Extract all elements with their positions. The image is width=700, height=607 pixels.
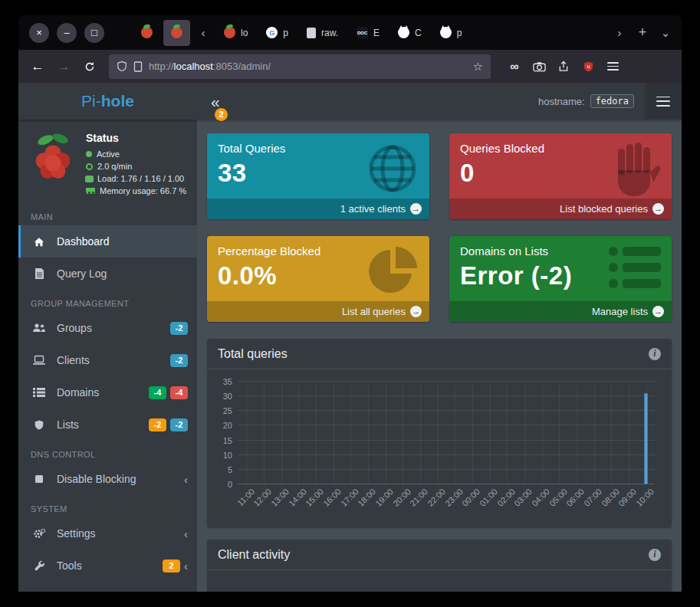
gridline [238, 425, 655, 425]
arrow-circle-right-icon: → [410, 203, 422, 215]
screenshot-camera-icon[interactable] [531, 58, 547, 75]
url-text[interactable]: http://localhost:8053/admin/ [149, 61, 271, 72]
sidebar-item-tools[interactable]: Tools 2 ‹ [18, 550, 197, 582]
ublock-origin-icon[interactable]: u [580, 58, 596, 75]
gridline [264, 382, 265, 484]
brand-suffix: hole [101, 92, 134, 110]
gridline [238, 484, 655, 484]
cpu-load-label: Load: 1.76 / 1.16 / 1.00 [97, 172, 184, 185]
gridline [420, 382, 421, 484]
status-title: Status [86, 132, 186, 144]
x-axis-tick-label: 18:00 [357, 487, 378, 508]
laptop-icon [31, 355, 48, 366]
browser-tab[interactable]: lo [216, 20, 255, 46]
x-axis-tick-label: 00:00 [461, 487, 482, 508]
sidebar-item-label: Disable Blocking [57, 473, 136, 485]
share-icon[interactable] [555, 58, 572, 75]
sidebar: Status Active 2.0 q/min Load: 1.76 / 1.1… [18, 120, 197, 592]
chart-pie-icon [365, 244, 420, 302]
gridline [368, 382, 369, 484]
browser-tab[interactable]: DOCE [349, 20, 387, 46]
browser-tab[interactable]: raw. [299, 20, 346, 46]
list-all-tabs-icon[interactable]: ⌄ [656, 21, 675, 44]
x-axis-tick-label: 05:00 [547, 487, 569, 508]
sidebar-item-label: Clients [57, 354, 90, 366]
gridline [238, 381, 655, 382]
sidebar-item-dashboard[interactable]: Dashboard [18, 225, 197, 258]
x-axis-tick-label: 13:00 [269, 487, 291, 508]
sidebar-collapse-button[interactable]: « 2 [211, 94, 231, 110]
arrow-circle-right-icon: → [652, 203, 664, 215]
gridline [472, 382, 473, 484]
github-favicon-icon [398, 27, 409, 38]
browser-tab[interactable] [133, 20, 160, 46]
window-minimize-button[interactable]: – [57, 23, 77, 43]
tab-label: raw. [321, 28, 338, 38]
gridline [507, 382, 508, 484]
info-icon[interactable]: i [649, 549, 661, 561]
tracking-protection-shield-icon[interactable] [117, 61, 127, 72]
google-favicon-icon: G [266, 27, 278, 38]
card-link[interactable]: 1 active clients → [207, 199, 429, 219]
browser-tab-bar: × – □ ‹ loGpraw.DOCECp › + ⌄ [18, 15, 682, 50]
status-active-icon [86, 151, 92, 157]
browser-tab[interactable]: Gp [258, 20, 296, 46]
browser-tab[interactable] [163, 20, 190, 46]
browser-menu-hamburger-icon[interactable] [604, 58, 621, 75]
hostname-display: hostname: fedora [538, 94, 645, 108]
bookmark-star-icon[interactable]: ☆ [473, 60, 483, 74]
gridline [594, 382, 595, 484]
gridline [238, 410, 655, 411]
domains-on-lists-card: Domains on Lists Error (-2) Manage lists… [449, 236, 672, 322]
tab-label: C [415, 28, 422, 38]
x-axis-tick-label: 15:00 [304, 487, 326, 508]
card-link[interactable]: List all queries → [207, 301, 429, 322]
reload-button[interactable] [78, 55, 101, 78]
scroll-tabs-left-icon[interactable]: ‹ [193, 21, 213, 44]
new-tab-button[interactable]: + [633, 21, 652, 44]
sidebar-item-domains[interactable]: Domains -4 -4 [18, 376, 197, 408]
gridline [316, 382, 317, 484]
x-axis-tick-label: 16:00 [321, 487, 343, 508]
sidebar-item-disable-blocking[interactable]: Disable Blocking ‹ [18, 463, 197, 495]
pihole-favicon-icon [171, 27, 182, 38]
gridline [611, 382, 612, 484]
pihole-brand[interactable]: Pi-hole [18, 83, 197, 120]
scroll-tabs-right-icon[interactable]: › [610, 21, 629, 44]
browser-tab[interactable]: C [390, 20, 429, 46]
y-axis-tick-label: 5 [228, 465, 232, 474]
sidebar-item-clients[interactable]: Clients -2 [18, 344, 197, 376]
reload-icon [84, 61, 95, 72]
info-icon[interactable]: i [649, 348, 661, 360]
containers-infinity-icon[interactable]: ∞ [506, 58, 523, 75]
x-axis-tick-label: 20:00 [391, 487, 412, 508]
brand-prefix: Pi- [81, 92, 101, 110]
sidebar-item-lists[interactable]: Lists -2 -2 [18, 408, 197, 441]
sidebar-item-label: Tools [57, 559, 82, 572]
window-close-button[interactable]: × [29, 23, 49, 43]
app-header: Pi-hole « 2 hostname: fedora [18, 83, 682, 120]
sidebar-item-groups[interactable]: Groups -2 [18, 312, 197, 344]
page-info-icon[interactable] [133, 61, 143, 72]
browser-tab[interactable]: p [432, 20, 470, 46]
gridline [281, 382, 282, 484]
card-link[interactable]: Manage lists → [449, 301, 672, 322]
x-axis-tick-label: 02:00 [495, 487, 517, 508]
browser-navbar: ← → http://localhost:8053/admin/ ☆ [18, 50, 682, 83]
app-menu-button[interactable] [645, 83, 682, 120]
sidebar-item-query-log[interactable]: Query Log [18, 258, 197, 290]
list-icon [31, 387, 48, 398]
x-axis-tick-label: 11:00 [235, 487, 255, 507]
back-button[interactable]: ← [26, 55, 49, 78]
query-bar [644, 393, 648, 484]
queries-blocked-card: Queries Blocked 0 List blocked queries → [449, 133, 672, 219]
toolbar-extensions: ∞ u [506, 58, 621, 75]
card-link[interactable]: List blocked queries → [449, 199, 672, 219]
window-maximize-button[interactable]: □ [84, 23, 104, 43]
github-favicon-icon [440, 27, 452, 38]
sidebar-item-settings[interactable]: Settings ‹ [18, 517, 197, 550]
url-bar[interactable]: http://localhost:8053/admin/ ☆ [109, 54, 491, 79]
tab-label: p [457, 28, 462, 38]
x-axis-tick-label: 12:00 [252, 487, 274, 508]
forward-button[interactable]: → [52, 55, 75, 78]
